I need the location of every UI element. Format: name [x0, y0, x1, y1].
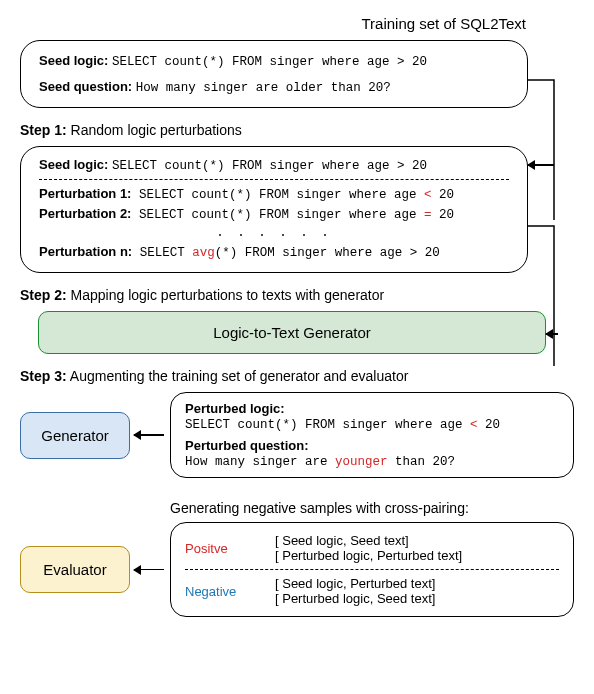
step3-title: Step 3: Augmenting the training set of g… [20, 368, 574, 384]
arrow-into-genbar [546, 333, 558, 335]
pos-sample-1: [ Seed logic, Seed text] [275, 533, 462, 548]
seed-question-label: Seed question: [39, 79, 132, 94]
step2-bold: Step 2: [20, 287, 67, 303]
arrow-into-perturb [528, 164, 554, 166]
generator-box: Generator [20, 412, 130, 459]
pn-post: (*) FROM singer where age > 20 [215, 246, 440, 260]
positive-label: Positve [185, 541, 275, 556]
pn-red: avg [192, 246, 215, 260]
p1-red: < [424, 188, 432, 202]
p2-pre: SELECT count(*) FROM singer where age [131, 208, 424, 222]
step1-text: Random logic perturbations [67, 122, 242, 138]
p1-label: Perturbation 1: [39, 186, 131, 201]
eval-separator [185, 569, 559, 570]
pbox-seed-sql: SELECT count(*) FROM singer where age > … [112, 159, 427, 173]
pbox-dots: . . . . . . [39, 226, 509, 240]
step3-text: Augmenting the training set of generator… [67, 368, 409, 384]
logic-to-text-generator: Logic-to-Text Generator [38, 311, 546, 354]
p2-red: = [424, 208, 432, 222]
arrow-evaluator [134, 569, 164, 571]
perturbation-box: Seed logic: SELECT count(*) FROM singer … [20, 146, 528, 273]
gen-pl-red: < [470, 418, 478, 432]
gen-pl-label: Perturbed logic: [185, 401, 285, 416]
seed-logic-label: Seed logic: [39, 53, 108, 68]
seed-question-text: How many singer are older than 20? [136, 81, 391, 95]
evaluator-label: Evaluator [43, 561, 106, 578]
step1-bold: Step 1: [20, 122, 67, 138]
pn-label: Perturbation n: [39, 244, 132, 259]
eval-title: Generating negative samples with cross-p… [170, 500, 574, 516]
gen-pl-post: 20 [478, 418, 501, 432]
gen-pq-label: Perturbed question: [185, 438, 309, 453]
step3-bold: Step 3: [20, 368, 67, 384]
gen-pq-post: than 20? [388, 455, 456, 469]
generator-label: Generator [41, 427, 109, 444]
gen-pl-pre: SELECT count(*) FROM singer where age [185, 418, 470, 432]
p2-label: Perturbation 2: [39, 206, 131, 221]
negative-label: Negative [185, 584, 275, 599]
arrow-generator [134, 434, 164, 436]
generator-output-box: Perturbed logic: SELECT count(*) FROM si… [170, 392, 574, 478]
seed-box: Seed logic: SELECT count(*) FROM singer … [20, 40, 528, 108]
pos-sample-2: [ Perturbed logic, Perturbed text] [275, 548, 462, 563]
pbox-seed-label: Seed logic: [39, 157, 108, 172]
gen-pq-pre: How many singer are [185, 455, 335, 469]
step2-text: Mapping logic perturbations to texts wit… [67, 287, 385, 303]
evaluator-box: Evaluator [20, 546, 130, 593]
p1-post: 20 [432, 188, 455, 202]
p1-pre: SELECT count(*) FROM singer where age [131, 188, 424, 202]
neg-sample-2: [ Perturbed logic, Seed text] [275, 591, 435, 606]
neg-sample-1: [ Seed logic, Perturbed text] [275, 576, 435, 591]
seed-logic-sql: SELECT count(*) FROM singer where age > … [112, 55, 427, 69]
training-title: Training set of SQL2Text [20, 15, 526, 32]
gen-pq-red: younger [335, 455, 388, 469]
pbox-separator [39, 179, 509, 180]
pn-pre: SELECT [132, 246, 192, 260]
p2-post: 20 [432, 208, 455, 222]
evaluator-samples-box: Positve [ Seed logic, Seed text] [ Pertu… [170, 522, 574, 617]
step1-title: Step 1: Random logic perturbations [20, 122, 574, 138]
gen-bar-label: Logic-to-Text Generator [213, 324, 371, 341]
step2-title: Step 2: Mapping logic perturbations to t… [20, 287, 574, 303]
